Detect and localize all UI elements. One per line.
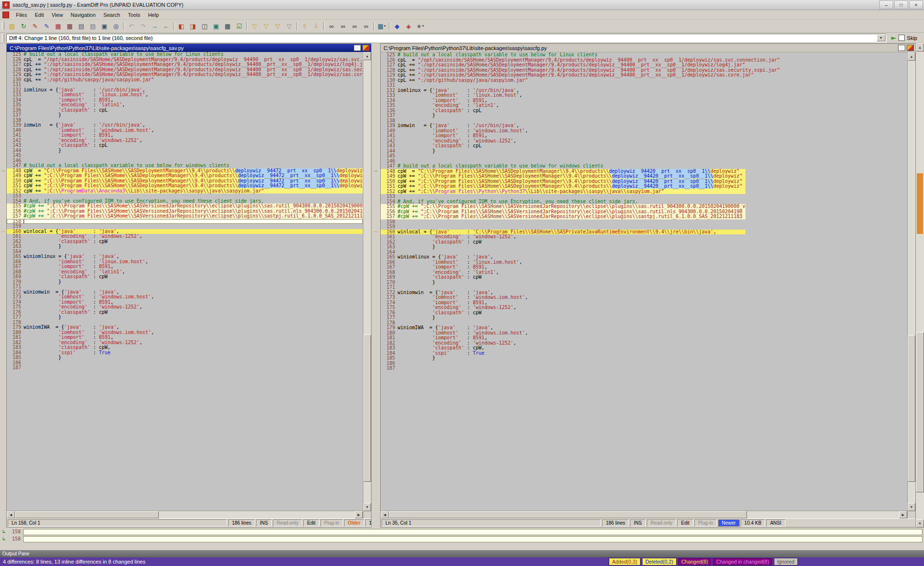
code-line[interactable]: 185 }	[381, 356, 907, 361]
skip-checkbox[interactable]	[898, 35, 905, 41]
code-line[interactable]: 173 'iomhost' : 'windows.iom.host',	[7, 295, 363, 300]
code-line[interactable]: 181 'iomport' : 8591,	[381, 335, 907, 341]
code-line[interactable]: 126cpL = "/opt/sasinside/SASHome/SASDepl…	[7, 57, 363, 63]
code-line[interactable]: 187	[7, 365, 363, 371]
code-line[interactable]: 141 'iomport' : 8591,	[7, 133, 363, 138]
header-edit-icon[interactable]	[354, 45, 361, 51]
filter-added-icon[interactable]: ▽	[272, 21, 283, 31]
close-button[interactable]: ×	[909, 0, 923, 9]
code-line[interactable]: 180 'iomhost' : 'windows.iom.host',	[381, 331, 907, 336]
code-line[interactable]: 169 'classpath' : cpW	[381, 275, 907, 280]
code-line[interactable]: 166 'iomhost' : 'linux.iom.host',	[381, 260, 907, 265]
show-first-only-icon[interactable]: ◧	[176, 21, 187, 31]
menu-item-help[interactable]: Help	[144, 11, 163, 19]
code-line[interactable]: 157#cpW += ";C:\\Program Files\\SASHome\…	[7, 214, 363, 219]
scroll-left-icon[interactable]: ◀	[381, 511, 389, 518]
left-horizontal-scrollbar[interactable]: ◀ ▶	[7, 511, 363, 518]
code-line[interactable]: 167 'iomport' : 8591,	[7, 264, 363, 270]
prev-change-icon[interactable]: ⇧	[299, 21, 310, 31]
skip-diff-icon[interactable]: ⇤	[891, 35, 896, 41]
code-line[interactable]: 165winiomlinux = {'java' : 'java',	[7, 254, 363, 259]
code-line[interactable]: 171	[7, 284, 363, 290]
code-line[interactable]: 144 }	[381, 149, 907, 154]
code-line[interactable]: 128cpL += ":/opt/sasinside/SASHome/SASDe…	[7, 67, 363, 73]
find-prev-icon[interactable]: ∞	[349, 21, 360, 31]
code-line[interactable]: 135 'encoding' : 'latin1',	[7, 103, 363, 108]
menu-item-files[interactable]: Files	[12, 11, 31, 19]
code-line[interactable]: 149cpW += ";C:\\Program Files\\SASHome\\…	[7, 173, 363, 179]
code-line[interactable]: 132iomlinux = {'java' : '/usr/bin/java',	[381, 88, 907, 93]
code-line[interactable]: 160winlocal = {'java' : 'C:\\Program Fil…	[381, 230, 907, 235]
copy-icon[interactable]: ▣	[99, 21, 110, 31]
code-line[interactable]: 140 'iomhost' : 'windows.iom.host',	[7, 128, 363, 133]
print-icon[interactable]: ▤	[76, 21, 87, 31]
menu-item-edit[interactable]: Edit	[31, 11, 48, 19]
code-line[interactable]: 160winlocal = {'java' : 'java',	[7, 229, 363, 234]
code-line[interactable]: 133 'iomhost' : 'linux.iom.host',	[381, 93, 907, 98]
code-line[interactable]: 164	[381, 250, 907, 255]
show-both-icon[interactable]: ▣	[211, 21, 221, 31]
code-line[interactable]: 155#cpW += ";C:\\Program Files\\SASHome\…	[7, 204, 363, 209]
code-line[interactable]: 165winiomlinux = {'java' : 'java',	[381, 255, 907, 260]
compare-options-icon[interactable]: ◈	[403, 21, 414, 31]
code-line[interactable]: 182 'encoding' : 'windows-1252',	[7, 340, 363, 346]
code-line[interactable]: 148cpW = "C:\\Program Files\\SASHome\\SA…	[7, 168, 363, 174]
code-line[interactable]: 145	[381, 154, 907, 159]
code-line[interactable]: 178	[7, 320, 363, 325]
minimize-button[interactable]: –	[879, 0, 893, 9]
save-as-icon[interactable]: ▦	[64, 21, 75, 31]
code-line[interactable]: 147# build out a local classpath variabl…	[381, 164, 907, 169]
code-line[interactable]: 151cpW += ";C:\\Program Files\\SASHome\\…	[7, 183, 363, 189]
scroll-up-icon[interactable]: ▲	[908, 52, 915, 61]
code-line[interactable]: 129cpL += ":/opt/sasinside/SASHome/SASDe…	[7, 72, 363, 77]
header-edit-icon[interactable]	[898, 45, 905, 51]
save-icon[interactable]: ▦	[53, 21, 64, 31]
scroll-right-icon[interactable]: ▶	[355, 511, 363, 518]
code-line[interactable]: 180 'iomhost' : 'windows.iom.host',	[7, 330, 363, 335]
code-line[interactable]: 142 'encoding' : 'windows-1252',	[7, 138, 363, 143]
code-line[interactable]: 147# build out a local classpath variabl…	[7, 163, 363, 168]
hscroll-thumb[interactable]	[15, 511, 159, 518]
menu-item-navigation[interactable]: Navigation	[67, 11, 100, 19]
scroll-down-icon[interactable]: ▼	[363, 503, 371, 511]
options-icon[interactable]: ∗▾	[415, 21, 425, 31]
code-line[interactable]: 159	[381, 224, 907, 230]
edit-first-file-icon[interactable]: ✎	[30, 21, 40, 31]
code-line[interactable]: 177 }	[7, 315, 363, 320]
reports-icon[interactable]: ▦▾	[376, 21, 387, 31]
code-line[interactable]: 162 'classpath' : cpW	[381, 240, 907, 245]
undo-icon[interactable]: ↶	[126, 21, 137, 31]
code-line[interactable]: 161 'encoding' : 'windows-1252',	[381, 234, 907, 240]
code-line[interactable]: 140 'iomhost' : 'windows.iom.host',	[381, 129, 907, 134]
code-line[interactable]: 137 }	[381, 113, 907, 118]
filter-all-icon[interactable]: ▽	[249, 21, 260, 31]
output-pane-header[interactable]: Output Pane	[0, 550, 924, 557]
code-line[interactable]: 150cpW += ";C:\\Program Files\\SASHome\\…	[7, 179, 363, 184]
hscroll-thumb[interactable]	[389, 511, 747, 518]
code-line[interactable]: 184 'sspi' : True	[381, 351, 907, 356]
code-line[interactable]: 127cpL += ":/opt/sasinside/SASHome/SASDe…	[7, 62, 363, 67]
recompare-icon[interactable]: ↻	[18, 21, 29, 31]
code-line[interactable]: 143 'classpath' : cpL	[381, 143, 907, 149]
code-line[interactable]: 132iomlinux = {'java' : '/usr/bin/java',	[7, 88, 363, 93]
code-line[interactable]: 148cpW = "C:\\Program Files\\SASHome\\SA…	[381, 169, 907, 174]
header-sync-icon[interactable]	[362, 45, 370, 51]
code-line[interactable]: 175 'encoding' : 'windows-1252',	[7, 305, 363, 310]
code-line[interactable]: 183 'classpath' : cpW,	[381, 346, 907, 351]
code-line[interactable]: 125# build out a local classpath variabl…	[381, 52, 907, 58]
code-line[interactable]: 181 'iomport' : 8591,	[7, 335, 363, 340]
code-line[interactable]: 131	[7, 82, 363, 88]
menu-item-view[interactable]: View	[48, 11, 67, 19]
show-identical-icon[interactable]: ☑	[234, 21, 244, 31]
code-line[interactable]: 185 }	[7, 355, 363, 360]
right-pane-lines[interactable]: 125# build out a local classpath variabl…	[381, 52, 907, 511]
filter-changed-icon[interactable]: ▽	[261, 21, 271, 31]
overview-thumb[interactable]	[916, 332, 924, 492]
code-line[interactable]: 139iomwin = {'java' : '/usr/bin/java',	[7, 123, 363, 128]
scroll-right-icon[interactable]: ▶	[899, 511, 907, 518]
code-line[interactable]: 166 'iomhost' : 'linux.iom.host',	[7, 259, 363, 265]
code-line[interactable]: 179winiomIWA = {'java' : 'java',	[7, 325, 363, 330]
chevron-down-icon[interactable]: ▼	[877, 35, 886, 41]
code-line[interactable]: 139iomwin = {'java' : '/usr/bin/java',	[381, 123, 907, 129]
code-line[interactable]: 145	[7, 153, 363, 158]
